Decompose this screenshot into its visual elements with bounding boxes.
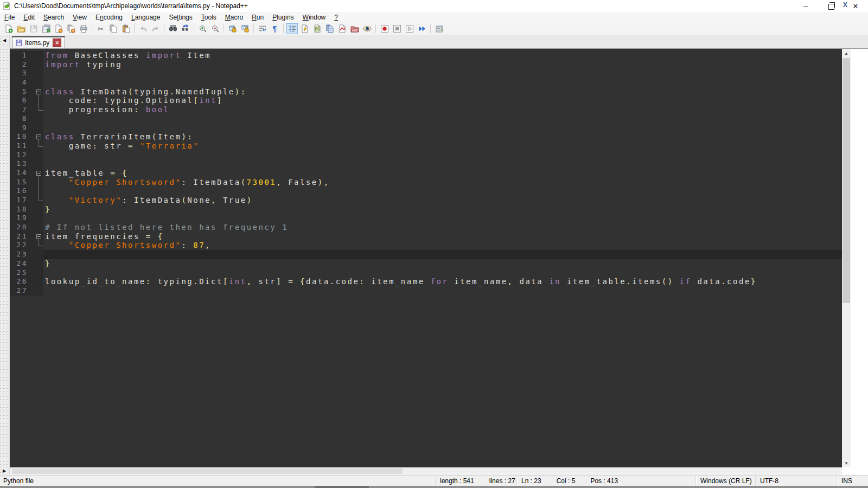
- line-number[interactable]: 8: [10, 114, 35, 124]
- line-number[interactable]: 21: [10, 232, 35, 241]
- menu-item-help[interactable]: ?: [330, 12, 342, 22]
- status-encoding[interactable]: UTF-8: [755, 476, 837, 486]
- code-text[interactable]: item_table = {: [43, 169, 842, 178]
- collapse-arrow-left-icon[interactable]: ◀: [1, 37, 8, 43]
- macro-play-icon[interactable]: [404, 23, 415, 34]
- line-number[interactable]: 20: [10, 223, 35, 232]
- code-text[interactable]: code: typing.Optional[int]: [43, 96, 842, 105]
- code-text[interactable]: }: [43, 259, 842, 268]
- folder-as-workspace-icon[interactable]: [349, 23, 360, 34]
- document-map-icon[interactable]: [311, 23, 323, 34]
- vertical-scroll-thumb[interactable]: [843, 58, 850, 303]
- menu-item-macro[interactable]: Macro: [221, 12, 247, 22]
- copy-icon[interactable]: [107, 23, 119, 34]
- undo-icon[interactable]: [137, 23, 149, 34]
- find-icon[interactable]: [167, 23, 178, 34]
- close-all-icon[interactable]: [65, 23, 76, 34]
- code-text[interactable]: class ItemData(typing.NamedTuple):: [43, 87, 842, 97]
- line-number[interactable]: 13: [10, 159, 35, 169]
- fold-collapse-icon[interactable]: [36, 89, 41, 94]
- status-eol-format[interactable]: Windows (CR LF): [695, 476, 755, 486]
- collapse-arrow-right-icon[interactable]: ▶: [1, 467, 8, 474]
- code-text[interactable]: lookup_id_to_name: typing.Dict[int, str]…: [43, 277, 842, 286]
- code-text[interactable]: "Copper Shortsword": ItemData(73001, Fal…: [43, 178, 842, 187]
- show-all-characters-icon[interactable]: ¶: [269, 23, 280, 34]
- line-number[interactable]: 14: [10, 169, 35, 178]
- menu-item-window[interactable]: Window: [298, 12, 330, 22]
- new-file-icon[interactable]: [3, 23, 14, 34]
- save-icon[interactable]: [28, 23, 39, 34]
- line-number[interactable]: 7: [10, 105, 35, 114]
- line-number[interactable]: 11: [10, 142, 35, 151]
- menu-item-language[interactable]: Language: [127, 12, 164, 22]
- line-number[interactable]: 12: [10, 151, 35, 160]
- monitoring-icon[interactable]: [336, 23, 348, 34]
- vertical-scrollbar[interactable]: ▲ ▼: [842, 49, 851, 467]
- fold-collapse-icon[interactable]: [36, 234, 41, 239]
- macro-record-icon[interactable]: [379, 23, 390, 34]
- code-text[interactable]: class TerrariaItem(Item):: [43, 132, 842, 142]
- code-text[interactable]: [43, 268, 842, 278]
- code-text[interactable]: [43, 187, 842, 196]
- line-number[interactable]: 2: [10, 60, 35, 69]
- preview-icon[interactable]: [361, 23, 373, 34]
- code-text[interactable]: "Victory": ItemData(None, True): [43, 196, 842, 205]
- restore-icon[interactable]: [818, 0, 843, 12]
- code-text[interactable]: [43, 286, 842, 296]
- replace-icon[interactable]: ab: [180, 23, 191, 34]
- zoom-in-icon[interactable]: [197, 23, 208, 34]
- sync-vertical-icon[interactable]: [227, 23, 238, 34]
- code-text[interactable]: item_frequencies = {: [43, 232, 842, 241]
- status-insert-mode[interactable]: INS: [837, 476, 868, 486]
- code-text[interactable]: # If not listed here then has frequency …: [43, 223, 842, 232]
- line-number[interactable]: 15: [10, 178, 35, 187]
- horizontal-scroll-thumb[interactable]: [12, 468, 403, 474]
- menu-item-tools[interactable]: Tools: [197, 12, 221, 22]
- cut-icon[interactable]: ✂: [95, 23, 106, 34]
- code-text[interactable]: [43, 69, 842, 78]
- line-number[interactable]: 26: [10, 277, 35, 286]
- minimize-icon[interactable]: ─: [793, 0, 818, 12]
- word-wrap-icon[interactable]: [257, 23, 268, 34]
- sync-horizontal-icon[interactable]: [239, 23, 251, 34]
- close-file-icon[interactable]: [53, 23, 64, 34]
- fold-collapse-icon[interactable]: [36, 171, 41, 176]
- menu-item-edit[interactable]: Edit: [19, 12, 39, 22]
- line-number[interactable]: 4: [10, 78, 35, 87]
- code-text[interactable]: import typing: [43, 60, 842, 69]
- save-all-icon[interactable]: [40, 23, 52, 34]
- code-text[interactable]: [43, 250, 842, 259]
- menu-item-view[interactable]: View: [68, 12, 91, 22]
- code-editor[interactable]: 1from BaseClasses import Item2import typ…: [10, 49, 842, 467]
- line-number[interactable]: 16: [10, 187, 35, 196]
- code-text[interactable]: }: [43, 205, 842, 214]
- macro-run-multiple-icon[interactable]: [416, 23, 427, 34]
- code-text[interactable]: [43, 78, 842, 87]
- line-number[interactable]: 18: [10, 205, 35, 214]
- customize-icon[interactable]: [433, 23, 445, 34]
- line-number[interactable]: 6: [10, 96, 35, 105]
- line-number[interactable]: 19: [10, 214, 35, 223]
- tab-items-py[interactable]: Items.py ✕: [12, 36, 65, 48]
- macro-stop-icon[interactable]: [391, 23, 403, 34]
- code-text[interactable]: from BaseClasses import Item: [43, 51, 842, 60]
- menu-item-settings[interactable]: Settings: [164, 12, 196, 22]
- code-text[interactable]: progression: bool: [43, 105, 842, 114]
- scroll-down-icon[interactable]: ▼: [842, 459, 851, 467]
- code-text[interactable]: [43, 214, 842, 223]
- line-number[interactable]: 9: [10, 124, 35, 133]
- open-file-icon[interactable]: [15, 23, 27, 34]
- menu-item-encoding[interactable]: Encoding: [91, 12, 127, 22]
- line-number[interactable]: 5: [10, 87, 35, 97]
- fold-collapse-icon[interactable]: [36, 134, 41, 139]
- line-number[interactable]: 27: [10, 286, 35, 296]
- paste-icon[interactable]: [120, 23, 131, 34]
- close-tab-icon[interactable]: ✕: [53, 38, 61, 47]
- line-number[interactable]: 1: [10, 51, 35, 60]
- redo-icon[interactable]: [150, 23, 161, 34]
- code-text[interactable]: game: str = "Terraria": [43, 142, 842, 151]
- print-icon[interactable]: [78, 23, 89, 34]
- code-text[interactable]: [43, 124, 842, 133]
- horizontal-scrollbar[interactable]: [10, 467, 842, 475]
- menu-item-file[interactable]: File: [0, 12, 19, 22]
